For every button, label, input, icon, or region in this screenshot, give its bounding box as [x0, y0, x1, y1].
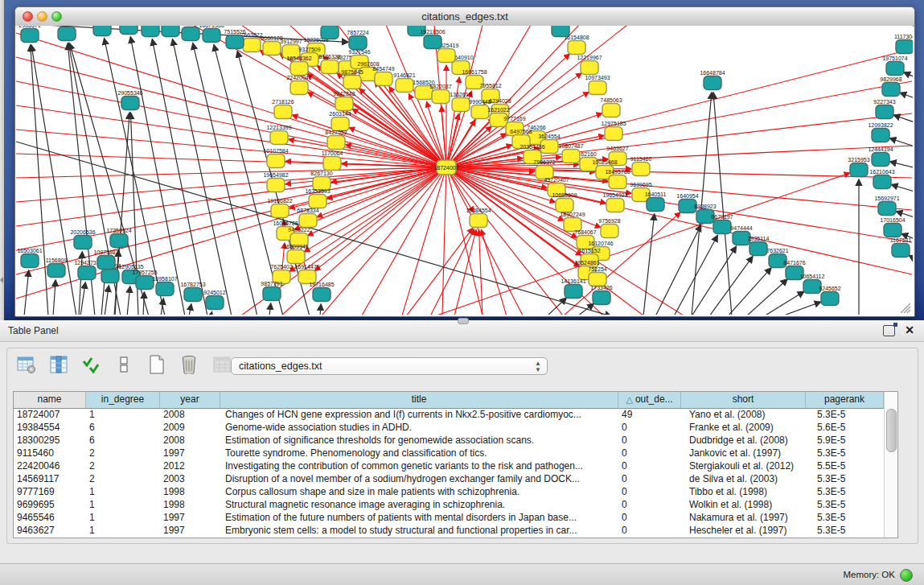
column-header-short[interactable]: short	[681, 392, 806, 408]
network-node[interactable]: 9245652	[819, 286, 840, 306]
network-node[interactable]: 12219967	[577, 55, 602, 75]
select-all-icon[interactable]	[82, 355, 101, 374]
network-node[interactable]: 16782753	[180, 282, 205, 302]
network-node[interactable]: 8427552	[325, 130, 347, 150]
table-row[interactable]: 946554611997Estimation of the future num…	[14, 512, 897, 525]
resize-grip-icon[interactable]	[901, 303, 910, 313]
network-node[interactable]: 1167531	[890, 237, 912, 257]
table-row[interactable]: 911546021997Tourette syndrome. Phenomeno…	[14, 447, 897, 460]
column-header-title[interactable]: title	[220, 392, 618, 408]
network-node[interactable]: 16914479	[294, 264, 319, 284]
column-header-out_de[interactable]: △ out_de...	[618, 392, 681, 408]
network-node[interactable]: 14136141	[561, 278, 585, 299]
network-node[interactable]: 10653257	[116, 26, 141, 35]
column-header-year[interactable]: year	[160, 392, 220, 408]
network-node[interactable]: 16958107	[152, 276, 177, 296]
network-canvas[interactable]: 1872400776638229660128391299713226058932…	[15, 26, 913, 315]
network-node[interactable]: 9756928	[598, 218, 620, 238]
table-row[interactable]: 977716911998Corpus callosum shape and si…	[14, 486, 897, 499]
table-row[interactable]: 946362711997Embryonic stem cells: a mode…	[14, 525, 897, 538]
network-node[interactable]: 19384554	[466, 208, 491, 228]
table-row[interactable]: 1456911722003Disruption of a novel membe…	[14, 473, 897, 486]
network-node[interactable]: 22420046	[286, 75, 311, 95]
network-node[interactable]: 16809948	[283, 244, 308, 264]
panel-splitter-handle[interactable]	[458, 318, 469, 324]
vertical-scrollbar[interactable]	[884, 392, 897, 538]
delete-icon[interactable]	[179, 355, 199, 374]
network-node[interactable]: 2887682	[549, 26, 571, 37]
network-node[interactable]: 19218506	[420, 29, 445, 49]
network-node[interactable]: 1527002	[139, 26, 161, 37]
network-node[interactable]: 7485063	[600, 97, 622, 117]
network-node[interactable]: 12975185	[601, 121, 626, 141]
clear-selection-icon[interactable]	[114, 355, 133, 374]
network-node[interactable]: 9829968	[880, 76, 901, 97]
table-row[interactable]: 969969511998Structural magnetic resonanc…	[14, 499, 897, 512]
table-row[interactable]: 1872400712008Changes of HCN gene express…	[14, 409, 897, 422]
network-node[interactable]: 16353593	[305, 188, 330, 208]
memory-ok-indicator[interactable]	[900, 569, 913, 582]
network-node[interactable]: 5822037	[429, 84, 451, 104]
network-node[interactable]: 10975887	[93, 249, 118, 270]
show-column-icon[interactable]	[49, 355, 68, 374]
network-node[interactable]: 16648784	[700, 70, 725, 90]
network-node[interactable]: 20206536	[70, 229, 95, 249]
network-node[interactable]: 10688609	[552, 192, 577, 212]
network-node[interactable]: 7986372	[533, 159, 555, 179]
scrollbar-thumb[interactable]	[886, 409, 897, 452]
network-node[interactable]: 2718126	[272, 99, 294, 119]
network-node[interactable]: 16503061	[17, 248, 42, 268]
network-node[interactable]: 2905571	[18, 26, 40, 43]
network-node[interactable]: 19654982	[263, 172, 288, 192]
table-row[interactable]: 2242004622012Investigating the contribut…	[14, 460, 897, 473]
window-titlebar[interactable]: citations_edges.txt	[15, 7, 914, 27]
network-node[interactable]: 1170064	[322, 150, 343, 171]
close-panel-icon[interactable]: ✕	[905, 323, 914, 336]
network-node[interactable]: 9875645	[341, 69, 363, 89]
table-row[interactable]: 1830029562008Estimation of significance …	[14, 435, 897, 447]
column-header-name[interactable]: name	[14, 392, 86, 408]
new-table-icon[interactable]	[147, 355, 166, 374]
network-node[interactable]: 8267130	[310, 171, 332, 191]
network-node[interactable]: 1156809	[46, 257, 68, 278]
network-node[interactable]: 9857791	[261, 281, 282, 301]
network-node[interactable]: 9245012	[203, 290, 225, 310]
network-node[interactable]: 9227343	[873, 99, 895, 119]
network-node[interactable]: 19751074	[882, 56, 907, 76]
network-node[interactable]: 12093822	[868, 122, 893, 142]
float-window-icon[interactable]	[883, 325, 895, 336]
table-dropdown[interactable]: citations_edges.txt ▲▼	[231, 357, 548, 375]
network-node[interactable]: 15692971	[874, 196, 899, 216]
network-node[interactable]: 18907249	[560, 212, 585, 232]
network-node[interactable]: 18724007	[433, 160, 458, 175]
network-node[interactable]: 27691406	[54, 26, 79, 41]
network-node[interactable]: 2603144	[329, 111, 351, 131]
left-panel-splitter[interactable]	[0, 0, 4, 320]
column-header-in_degree[interactable]: in_degree	[86, 392, 160, 408]
network-node[interactable]: 17359924	[106, 228, 131, 248]
network-node[interactable]: 18495768	[605, 169, 630, 189]
network-node[interactable]: 10107584	[263, 148, 288, 168]
table-row[interactable]: 1938455462009Genome-wide association stu…	[14, 422, 897, 435]
network-node[interactable]: 1117304	[894, 34, 913, 54]
network-node[interactable]: 12942737	[74, 260, 99, 280]
network-node[interactable]: 3215953	[848, 157, 869, 177]
network-node[interactable]: 1733426	[590, 285, 612, 305]
network-node[interactable]: 1640511	[645, 192, 667, 212]
network-node[interactable]: 16543362	[286, 56, 311, 76]
network-node[interactable]: 752254	[588, 266, 606, 286]
network-node[interactable]: 7515526	[224, 29, 245, 49]
column-header-pagerank[interactable]: pagerank	[806, 392, 884, 408]
network-node[interactable]: 19654923	[602, 192, 627, 212]
network-node[interactable]: 12213399	[266, 125, 291, 145]
network-node[interactable]: 19716485	[309, 282, 334, 302]
network-node[interactable]: 12444194	[868, 146, 893, 167]
network-node[interactable]: 6878334	[297, 208, 318, 228]
splitter-collapse-icon[interactable]	[0, 277, 3, 283]
network-node[interactable]: 7857224	[347, 30, 368, 50]
network-node[interactable]: 16053809	[317, 26, 342, 39]
network-node[interactable]: 29055346	[117, 90, 142, 110]
network-node[interactable]: 16671358	[199, 26, 224, 43]
network-node[interactable]: 9242848	[333, 91, 355, 111]
network-node[interactable]: 2049371	[91, 26, 113, 36]
